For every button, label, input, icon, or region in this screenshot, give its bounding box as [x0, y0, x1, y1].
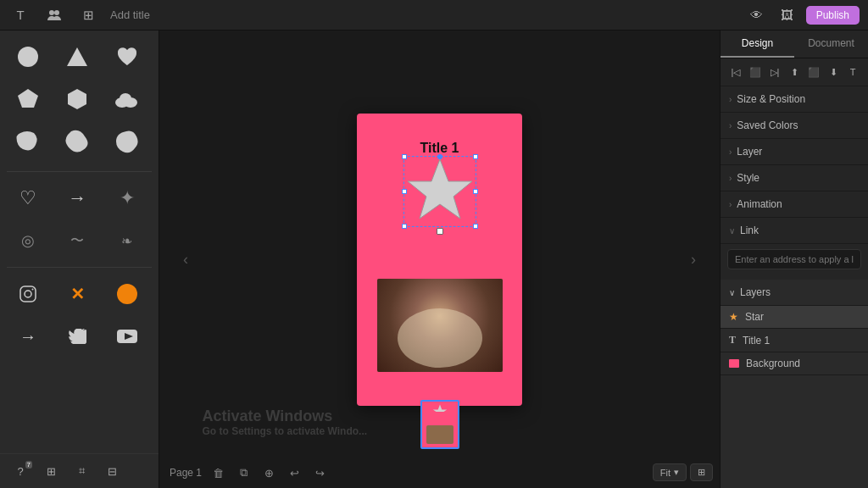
special-arrow[interactable]: →: [56, 179, 98, 218]
tab-document[interactable]: Document: [794, 30, 868, 58]
next-button[interactable]: ›: [684, 244, 703, 275]
special-sun2[interactable]: ◎: [7, 221, 49, 260]
topbar-left: T ⊞ Add title: [8, 3, 150, 27]
align-middle-v-btn[interactable]: ⬛: [805, 64, 822, 80]
panel-tabs: Design Document: [721, 30, 868, 58]
link-chevron-icon: ∨: [729, 226, 735, 236]
users-btn[interactable]: [42, 3, 66, 27]
thumbnail-strip: [420, 400, 459, 449]
page-thumbnail[interactable]: [420, 400, 459, 449]
section-layer[interactable]: › Layer: [721, 139, 868, 165]
section-size-position[interactable]: › Size & Position: [721, 86, 868, 113]
link-label: Link: [740, 225, 759, 236]
canvas-area: ‹ Title 1: [159, 30, 720, 488]
link-section: ∨ Link: [721, 218, 868, 280]
layer-item-star[interactable]: ★ Star: [721, 306, 868, 329]
canvas-title-bar: [159, 30, 720, 61]
redo-btn[interactable]: ↪: [310, 463, 329, 482]
special-heart-outline[interactable]: ♡: [7, 179, 49, 218]
add-page-btn[interactable]: ⊕: [259, 463, 278, 482]
grid-btn[interactable]: ⊞: [76, 3, 100, 27]
undo-btn[interactable]: ↩: [285, 463, 303, 482]
shape-circle[interactable]: [7, 37, 49, 76]
saved-colors-chevron-icon: ›: [729, 121, 732, 130]
topbar-right: 👁 🖼 Publish: [745, 3, 860, 27]
title-layer-name: Title 1: [743, 335, 770, 347]
social-grid: ✕ →: [0, 271, 159, 359]
text-tool-btn[interactable]: T: [8, 3, 32, 27]
special-shapes-grid: ♡ → ✦ ◎ 〜 ❧: [0, 175, 159, 263]
svg-point-10: [25, 291, 31, 297]
svg-point-2: [18, 47, 38, 67]
coffee-plate: [398, 308, 482, 368]
table-tool-btn[interactable]: ⊟: [98, 459, 125, 483]
align-right-btn[interactable]: ▷|: [766, 64, 783, 80]
eye-btn[interactable]: 👁: [745, 3, 769, 27]
align-text-btn[interactable]: T: [844, 64, 861, 80]
thumb-coffee: [426, 425, 453, 444]
svg-marker-14: [408, 159, 472, 219]
saved-colors-label: Saved Colors: [737, 119, 798, 131]
layers-tool-btn[interactable]: ⊞: [37, 459, 64, 483]
duplicate-page-btn[interactable]: ⧉: [234, 463, 253, 482]
social-x[interactable]: ✕: [56, 274, 98, 313]
slide[interactable]: Title 1: [357, 114, 522, 406]
slide-star[interactable]: [406, 158, 474, 224]
shape-cloud[interactable]: [106, 80, 148, 119]
align-center-h-btn[interactable]: ⬛: [747, 64, 764, 80]
shape-blob2[interactable]: [56, 122, 98, 161]
section-animation[interactable]: › Animation: [721, 191, 868, 218]
align-top-btn[interactable]: ⬆: [786, 64, 803, 80]
fit-button[interactable]: Fit ▾: [653, 463, 687, 481]
background-layer-icon: [729, 359, 739, 368]
link-input[interactable]: [727, 249, 861, 269]
prev-button[interactable]: ‹: [176, 244, 195, 275]
layer-label: Layer: [737, 146, 762, 158]
tab-design[interactable]: Design: [721, 30, 794, 58]
layer-item-title[interactable]: T Title 1: [721, 329, 868, 352]
animation-label: Animation: [737, 198, 782, 210]
align-left-btn[interactable]: |◁: [727, 64, 744, 80]
layer-item-background[interactable]: Background: [721, 352, 868, 375]
layers-header[interactable]: ∨ Layers: [721, 280, 868, 306]
grid-view-btn[interactable]: ⊞: [690, 463, 713, 481]
shape-blob1[interactable]: [7, 122, 49, 161]
section-saved-colors[interactable]: › Saved Colors: [721, 113, 868, 139]
shape-heart[interactable]: [106, 37, 148, 76]
svg-point-8: [120, 93, 131, 103]
social-youtube[interactable]: [106, 317, 148, 356]
shape-pentagon[interactable]: [7, 80, 49, 119]
special-wing[interactable]: ❧: [106, 221, 148, 260]
layer-chevron-icon: ›: [729, 147, 732, 157]
shapes-grid: [0, 30, 159, 168]
left-panel: ♡ → ✦ ◎ 〜 ❧ ✕ →: [0, 30, 159, 488]
section-style[interactable]: › Style: [721, 165, 868, 191]
shape-hexagon[interactable]: [56, 80, 98, 119]
svg-rect-9: [20, 286, 36, 302]
frame-tool-btn[interactable]: ⌗: [68, 459, 95, 483]
publish-button[interactable]: Publish: [806, 6, 860, 25]
special-divider: [7, 267, 152, 268]
shape-triangle[interactable]: [56, 37, 98, 76]
orange-circle-item[interactable]: [106, 274, 148, 313]
svg-marker-4: [18, 89, 38, 108]
special-squiggle[interactable]: 〜: [56, 221, 98, 260]
image-btn[interactable]: 🖼: [776, 3, 799, 27]
bottom-bar: Page 1 🗑 ⧉ ⊕ ↩ ↪: [159, 458, 720, 488]
special-sun[interactable]: ✦: [106, 179, 148, 218]
svg-marker-3: [67, 47, 87, 66]
main-layout: ♡ → ✦ ◎ 〜 ❧ ✕ →: [0, 30, 868, 488]
svg-point-0: [49, 10, 54, 15]
link-header[interactable]: ∨ Link: [721, 218, 868, 244]
svg-marker-5: [68, 89, 86, 109]
svg-point-11: [32, 289, 34, 291]
canvas-title-text: Add title: [110, 8, 150, 21]
social-twitter[interactable]: [56, 317, 98, 356]
shape-blob3[interactable]: [106, 122, 148, 161]
help-btn[interactable]: ? 7: [7, 459, 34, 483]
delete-page-btn[interactable]: 🗑: [209, 463, 227, 482]
align-bottom-btn[interactable]: ⬇: [825, 64, 842, 80]
arrow-item[interactable]: →: [7, 317, 49, 356]
social-instagram[interactable]: [7, 274, 49, 313]
slide-container: Title 1: [357, 114, 522, 406]
